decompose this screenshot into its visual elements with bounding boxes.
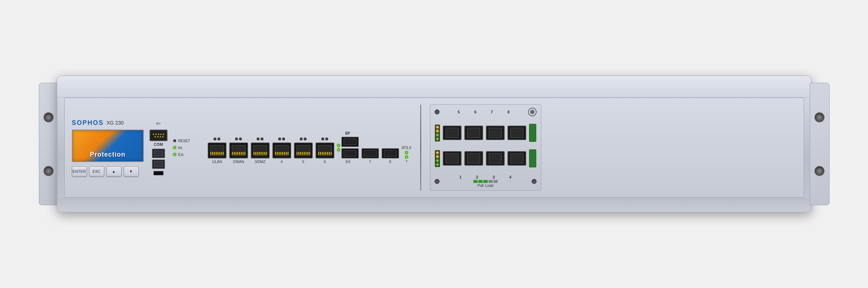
port-group-4: 4 <box>272 138 291 164</box>
ext-led <box>173 153 176 156</box>
terminal-block-2 <box>529 149 536 167</box>
port4-led-act <box>278 138 281 140</box>
exp-led-5 <box>436 138 439 140</box>
rj45-port-6 <box>316 143 334 158</box>
status-leds: RESET Int. Ext. <box>173 139 202 157</box>
port-label-5: 5 <box>302 160 304 164</box>
port-group-5: 5 <box>294 138 313 164</box>
port1-led-link <box>217 138 220 140</box>
exp-rj45-2 <box>464 151 483 166</box>
bp-led-1 <box>337 144 340 147</box>
esc-button[interactable]: ESC <box>89 166 104 176</box>
mount-hole-tr <box>814 112 825 122</box>
terminal-block <box>529 124 536 142</box>
exp-label-1: 1 <box>459 175 461 179</box>
exp-ports-top-row <box>433 124 538 142</box>
exp-led-7 <box>436 130 439 132</box>
mount-ear-left <box>39 83 59 205</box>
rj45-port-3dmz <box>251 143 270 158</box>
port1-led-act <box>213 138 216 140</box>
exp-label-8: 8 <box>508 110 510 114</box>
chassis-bottom <box>57 198 811 212</box>
rj45-port-1lan <box>208 143 226 158</box>
int-label: Int. <box>178 146 183 150</box>
screw-br <box>532 179 537 184</box>
int-row: Int. <box>173 146 202 150</box>
nav-buttons: ENTER ESC ▲ ▼ <box>72 166 139 176</box>
up-button[interactable]: ▲ <box>106 166 121 176</box>
sfp-port-bp2 <box>341 148 359 158</box>
port-group-1lan: 1/LAN <box>208 138 226 164</box>
ext-row: Ext. <box>173 153 202 157</box>
port6-led-link <box>325 138 328 140</box>
port-label-2wan: 2/WAN <box>233 160 244 164</box>
port3-led-act <box>257 138 260 140</box>
exp-rj45-4 <box>508 151 526 166</box>
sfp-port-8 <box>382 148 399 158</box>
poe-load-bar <box>473 180 498 183</box>
network-ports: 1/LAN 2/WAN <box>208 131 412 164</box>
exp-label-7: 7 <box>491 110 493 114</box>
reset-row: RESET <box>173 139 202 143</box>
exp-ports-bottom-row <box>433 149 538 167</box>
reset-led <box>173 139 176 142</box>
exp-bottom-center: 1 2 3 4 PoE Load <box>459 175 511 188</box>
enter-button[interactable]: ENTER <box>72 166 87 176</box>
atlx-label: AT/LX <box>402 146 412 150</box>
exp-led-1 <box>436 163 439 166</box>
port-group-atlx: AT/LX 7 <box>402 146 412 164</box>
screw-bl <box>435 179 440 184</box>
port-label-4: 4 <box>281 160 283 164</box>
brand-line: SOPHOS XG 230 <box>72 119 124 127</box>
com-port-group: COM <box>150 130 167 147</box>
exp-label-3: 3 <box>493 175 495 179</box>
port-group-2wan: 2/WAN <box>229 138 248 164</box>
module-divider <box>420 104 421 191</box>
port-label-8: 8 <box>389 160 391 164</box>
port-group-3dmz: 3/DMZ <box>251 138 270 164</box>
usb-port-1 <box>152 149 165 158</box>
mount-hole-tl <box>43 112 54 122</box>
serial-port <box>150 130 167 141</box>
port-group-bp: BP <box>337 131 359 164</box>
exp-rj45-3 <box>486 151 505 166</box>
exp-label-2: 2 <box>476 175 478 179</box>
port2-led-link <box>239 138 242 140</box>
exp-top-row: 5 6 7 8 <box>433 108 538 116</box>
exp-led-8 <box>436 126 439 129</box>
atlx-num: 7 <box>405 160 408 164</box>
io-section: ⇐ COM <box>150 120 167 175</box>
port3-led-link <box>261 138 263 140</box>
mini-hdmi-port <box>153 171 164 175</box>
chassis-top <box>57 76 811 98</box>
exp-led-4 <box>436 151 439 154</box>
exp-label-4: 4 <box>509 175 511 179</box>
port6-led-act <box>321 138 324 140</box>
exp-top-labels: 5 6 7 8 <box>458 110 510 114</box>
mount-ear-right <box>810 83 830 205</box>
exp-led-strip-right <box>435 150 440 167</box>
device-wrapper: SOPHOS XG 230 Protection ENTER ESC ▲ ▼ ⇐ <box>39 68 830 220</box>
port-group-8: 8 <box>382 148 399 164</box>
usb-stack <box>152 149 165 169</box>
down-button[interactable]: ▼ <box>124 166 139 176</box>
bp-led-2 <box>337 148 340 151</box>
ext-label: Ext. <box>178 153 184 157</box>
usb-port-2 <box>152 159 165 169</box>
sfp-port-7 <box>362 148 379 158</box>
model-name: XG 230 <box>107 120 124 126</box>
port-label-bp: 3/4 <box>345 160 350 164</box>
port-label-7: 7 <box>369 160 371 164</box>
rj45-port-4 <box>272 143 291 158</box>
port2-led-act <box>235 138 238 140</box>
port-group-6: 6 <box>316 138 334 164</box>
front-panel: SOPHOS XG 230 Protection ENTER ESC ▲ ▼ ⇐ <box>64 98 804 198</box>
lcd-display: Protection <box>72 130 144 162</box>
int-led <box>173 146 176 149</box>
exp-rj45-7 <box>486 126 505 140</box>
exp-led-2 <box>436 159 439 162</box>
brand-name: SOPHOS <box>72 119 104 127</box>
exp-rj45-5 <box>443 126 461 140</box>
main-chassis: SOPHOS XG 230 Protection ENTER ESC ▲ ▼ ⇐ <box>57 76 812 212</box>
exp-bottom-row: 1 2 3 4 PoE Load <box>433 175 538 188</box>
